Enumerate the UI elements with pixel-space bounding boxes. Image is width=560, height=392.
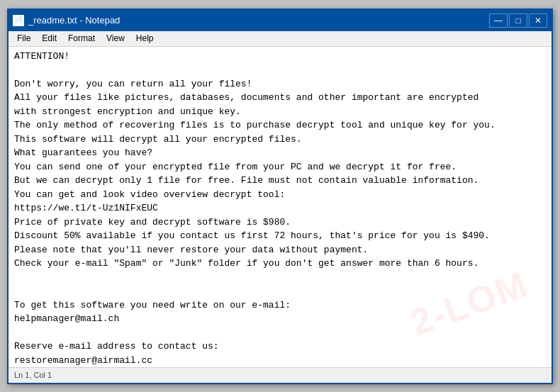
menu-format[interactable]: Format: [62, 32, 101, 45]
menu-help[interactable]: Help: [130, 32, 159, 45]
menu-view[interactable]: View: [101, 32, 130, 45]
window-controls: — □ ✕: [489, 13, 547, 28]
maximize-button[interactable]: □: [509, 13, 527, 28]
app-icon: 📄: [13, 15, 24, 26]
cursor-position: Ln 1, Col 1: [14, 371, 52, 379]
file-content: ATTENTION! Don't worry, you can return a…: [14, 50, 546, 367]
title-bar-left: 📄 _readme.txt - Notepad: [13, 15, 120, 26]
close-button[interactable]: ✕: [529, 13, 547, 28]
window-title: _readme.txt - Notepad: [28, 15, 120, 26]
title-bar: 📄 _readme.txt - Notepad — □ ✕: [9, 10, 551, 31]
notepad-window: 📄 _readme.txt - Notepad — □ ✕ File Edit …: [7, 9, 553, 384]
menu-file[interactable]: File: [11, 32, 36, 45]
status-bar: Ln 1, Col 1: [9, 367, 551, 383]
minimize-button[interactable]: —: [489, 13, 508, 28]
menu-edit[interactable]: Edit: [36, 32, 62, 45]
text-editor-area[interactable]: ATTENTION! Don't worry, you can return a…: [9, 47, 551, 367]
menu-bar: File Edit Format View Help: [9, 31, 551, 47]
